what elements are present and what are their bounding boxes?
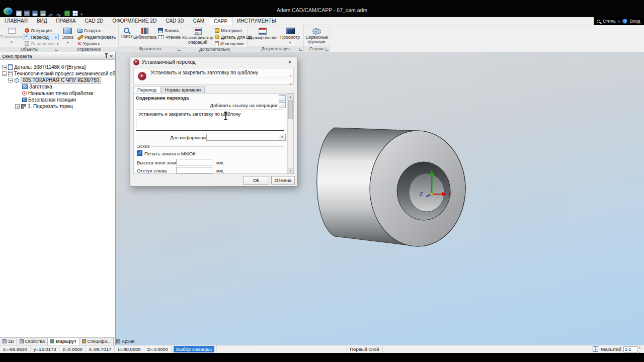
dialog-launcher-icon[interactable] [178,48,181,51]
tab-cam[interactable]: CAM [189,17,209,25]
tab-instrumenty[interactable]: ИНСТРУМЕНТЫ [232,17,280,25]
extra-info-select[interactable] [206,134,286,141]
tab-cad2d[interactable]: CAD 2D [80,17,108,25]
login-button[interactable]: Вход [630,19,640,24]
tab-time-norms[interactable]: Нормы времени [161,86,205,94]
tab-3d[interactable]: 3D [0,338,17,345]
notice-button[interactable]: Извещение [213,40,247,47]
forming-button[interactable]: Формирование [248,26,277,46]
tree-item-techprocess[interactable]: Технологический процесс механической обр… [2,70,115,77]
scroll-down-icon[interactable] [289,78,292,87]
service-functions-icon [312,28,321,34]
toolbar-options-icon[interactable] [80,9,83,18]
material-button[interactable]: Материал [213,27,247,34]
operation-button[interactable]: Операция [23,27,59,34]
preview-button[interactable]: Просмотр [277,26,303,46]
new-file-icon[interactable] [16,11,22,16]
chevron-down-icon[interactable] [279,135,285,140]
create-button[interactable]: Создать [75,27,118,34]
edit-text-icon[interactable] [279,95,286,101]
tab-cad3d[interactable]: CAD 3D [161,17,189,25]
tab-specification[interactable]: Специфи... [79,338,114,345]
sketch-button[interactable]: Эскиз [60,26,75,47]
transition-text-input[interactable]: Установить и закрепить заготовку по шабл… [136,110,284,131]
coord-z: z=0.0000 [59,345,86,353]
search-button[interactable]: Поиск [119,26,134,46]
chevron-down-icon [618,19,620,24]
account-strip: Стиль Вход [594,17,644,25]
tree-item-safe-position[interactable]: Безопасная позиция [22,97,76,103]
collapse-icon[interactable] [2,71,7,76]
ok-button[interactable]: Ok [243,176,269,185]
cancel-button[interactable]: Отмена [271,176,295,185]
read-button[interactable]: Чтение [156,34,181,40]
dialog-launcher-icon[interactable] [326,48,329,51]
expand-icon[interactable] [15,104,20,109]
tab-route[interactable]: Маршрут [48,338,79,345]
style-menu[interactable]: Стиль [603,19,616,24]
undo-icon[interactable] [48,11,54,16]
tree-item-zagotovka[interactable]: Заготовка [22,83,52,90]
left-offset-input[interactable] [176,167,212,173]
tree-item-face-cut[interactable]: 1. Подрезать торец [15,103,73,110]
classifier-button[interactable]: Классификатор операций [183,26,213,47]
close-icon[interactable] [109,53,113,59]
add-link-icon[interactable] [279,102,286,108]
write-button[interactable]: Запись [156,27,181,34]
dialog-scrollbar[interactable] [287,94,293,173]
add-operation-link-label[interactable]: Добавить ссылку на операции [210,103,277,108]
header-scrollbar[interactable] [288,68,293,84]
grid-icon[interactable] [593,346,598,352]
equipment-button[interactable]: Оснащение [23,40,59,47]
dialog-tabs: Переход Нормы времени [133,86,205,94]
delete-button[interactable]: Удалить [75,40,118,47]
save-icon[interactable] [32,11,38,16]
search-icon[interactable] [597,20,600,23]
layer-indicator[interactable]: Первый слой [347,345,382,353]
tree-item-operation-005[interactable]: 005 ТОКАРНАЯ С ЧПУ КЕ36/750 [8,77,101,83]
scale-input[interactable] [623,346,637,352]
tab-properties[interactable]: Свойства [17,338,48,345]
scroll-up-icon[interactable] [289,69,292,78]
classifier-label: Классификатор операций [182,36,213,45]
grid-settings-icon[interactable] [72,11,78,16]
route-icon [50,339,54,343]
help-icon[interactable] [622,19,627,24]
library-label: Библиотека [133,35,156,40]
sketch-height-input[interactable] [176,159,212,165]
tab-capp[interactable]: САРР [209,17,232,25]
dialog-launcher-icon[interactable] [55,48,58,51]
open-file-icon[interactable] [24,11,30,16]
techprocess-button[interactable]: Техпроцесс [1,26,23,47]
close-icon[interactable] [286,59,294,66]
edit-label: Редактировать [85,35,116,40]
scroll-up-icon[interactable] [288,94,293,99]
print-icon[interactable] [40,11,46,16]
transition-button[interactable]: Переход [23,34,59,40]
edit-button[interactable]: Редактировать [75,34,118,40]
tab-archive[interactable]: Архив [114,338,137,345]
tab-transition[interactable]: Переход [133,86,160,94]
plugin-icon[interactable] [64,11,70,16]
scrollbar-thumb[interactable] [288,100,293,119]
step-up-icon[interactable] [638,344,641,349]
scroll-down-icon[interactable] [288,168,293,173]
group-divider [151,146,284,147]
pin-icon[interactable] [106,54,107,58]
print-sketch-checkbox[interactable] [137,150,142,156]
service-functions-button[interactable]: Сервисные функции [304,26,329,46]
tab-glavnaya[interactable]: ГЛАВНАЯ [0,17,32,25]
ribbon: Техпроцесс Операция Переход [0,25,644,52]
dialog-launcher-icon[interactable] [299,48,302,51]
collapse-icon[interactable] [8,78,13,82]
tree-item-detail[interactable]: Деталь: 3687/1148К 67[Втулка] [2,64,86,70]
collapse-icon[interactable] [2,65,7,69]
detail-vd-button[interactable]: Деталь для ВД [213,34,247,40]
tree-item-start-point[interactable]: Начальная точка обработки [22,90,94,97]
dialog-titlebar[interactable]: Установочный переход [130,57,297,67]
tab-vid[interactable]: ВИД [32,17,52,25]
library-button[interactable]: Библиотека [134,26,156,46]
redo-icon[interactable] [56,11,62,16]
tab-pravka[interactable]: ПРАВКА [52,17,80,25]
tab-oformlenie2d[interactable]: ОФОРМЛЕНИЕ 2D [108,17,161,25]
